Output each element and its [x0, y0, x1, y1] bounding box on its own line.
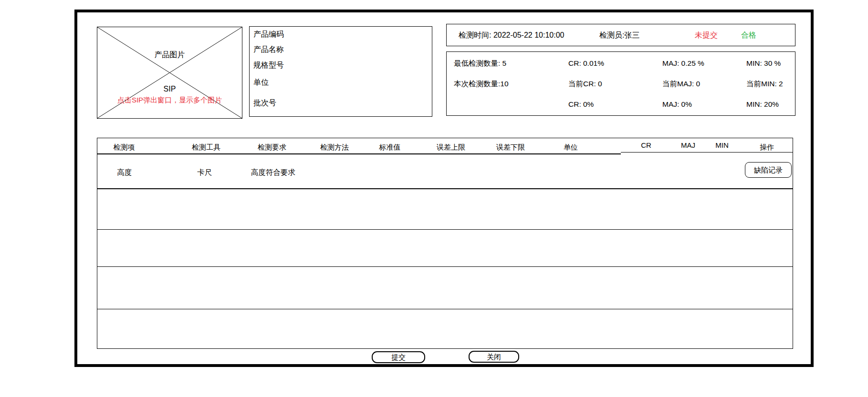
header-underline: [97, 153, 621, 154]
col-header-action: 操作: [760, 143, 774, 152]
row-divider: [97, 266, 793, 267]
stat-min-check-qty: 最低检测数量: 5: [454, 59, 506, 68]
stat-current-maj: 当前MAJ: 0: [662, 79, 700, 89]
col-header-requirement: 检测要求: [258, 143, 286, 152]
stat-cr-limit: CR: 0.01%: [568, 59, 604, 68]
header-underline-right: [621, 152, 793, 153]
stat-maj-limit: MAJ: 0.25 %: [662, 59, 704, 68]
close-button[interactable]: 关闭: [469, 351, 519, 363]
stat-cr-rate: CR: 0%: [568, 100, 594, 109]
col-header-item: 检测项: [114, 143, 135, 152]
field-label-product-code: 产品编码: [253, 30, 284, 39]
sip-label[interactable]: SIP: [97, 84, 242, 94]
inspector-name: 检测员:张三: [599, 31, 639, 40]
col-header-tool: 检测工具: [192, 143, 220, 152]
inspection-stats-panel: 最低检测数量: 5 CR: 0.01% MAJ: 0.25 % MIN: 30 …: [446, 51, 795, 116]
row-divider: [97, 229, 793, 230]
row-divider: [97, 188, 793, 189]
row-cell-tool: 卡尺: [198, 168, 212, 177]
field-label-unit: 单位: [253, 78, 269, 87]
row-divider: [97, 309, 793, 309]
col-header-cr: CR: [641, 141, 651, 150]
stat-current-check-qty: 本次检测数量:10: [454, 79, 509, 89]
inspection-window: 产品图片 SIP 点击SIP弹出窗口，显示多个图片 产品编码 产品名称 规格型号…: [0, 0, 868, 397]
field-label-batch-number: 批次号: [253, 98, 276, 108]
product-info-panel: 产品编码 产品名称 规格型号 单位 批次号: [249, 26, 432, 117]
stat-maj-rate: MAJ: 0%: [662, 100, 692, 109]
row-cell-requirement: 高度符合要求: [251, 168, 295, 177]
field-label-spec-model: 规格型号: [253, 61, 284, 70]
product-image-label: 产品图片: [97, 50, 242, 60]
col-header-unit: 单位: [564, 143, 578, 152]
inspection-time: 检测时间: 2022-05-22 10:10:00: [459, 31, 564, 40]
sip-hint-text: 点击SIP弹出窗口，显示多个图片: [97, 95, 242, 105]
col-header-method: 检测方法: [320, 143, 349, 152]
inspection-header-panel: 检测时间: 2022-05-22 10:10:00 检测员:张三 未提交 合格: [446, 24, 795, 46]
status-unsubmitted-badge: 未提交: [695, 31, 718, 40]
defect-record-button[interactable]: 缺陷记录: [745, 162, 792, 178]
stat-current-cr: 当前CR: 0: [568, 79, 602, 89]
col-header-maj: MAJ: [681, 141, 695, 150]
stat-min-limit: MIN: 30 %: [746, 59, 781, 68]
col-header-min: MIN: [715, 141, 729, 150]
field-label-product-name: 产品名称: [253, 45, 284, 54]
stat-current-min: 当前MIN: 2: [746, 79, 783, 89]
col-header-standard: 标准值: [379, 143, 401, 152]
row-cell-item: 高度: [117, 168, 132, 177]
col-header-upper-limit: 误差上限: [437, 143, 465, 152]
status-result-badge: 合格: [741, 31, 756, 40]
stat-min-rate: MIN: 20%: [746, 100, 779, 109]
submit-button[interactable]: 提交: [372, 351, 425, 363]
col-header-lower-limit: 误差下限: [496, 143, 525, 152]
product-image-placeholder[interactable]: 产品图片 SIP 点击SIP弹出窗口，显示多个图片: [97, 27, 242, 119]
inspection-items-table: 检测项 检测工具 检测要求 检测方法 标准值 误差上限 误差下限 单位 CR M…: [97, 138, 793, 349]
